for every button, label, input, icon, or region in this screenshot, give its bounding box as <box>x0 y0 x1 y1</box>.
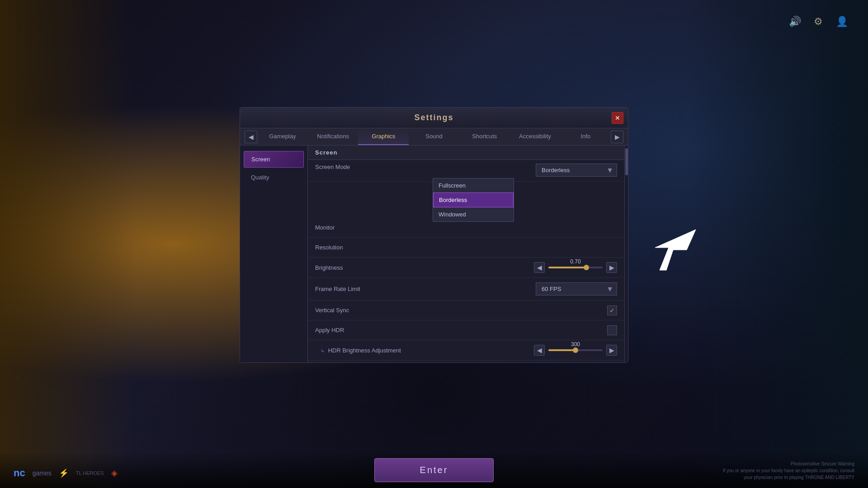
close-button[interactable]: ✕ <box>612 112 623 124</box>
tab-next-button[interactable]: ▶ <box>611 131 623 143</box>
modal-overlay: Settings ✕ ◀ Gameplay Notifications Grap… <box>0 0 868 488</box>
seizure-warning-line1: Photosensitive Seizure Warning <box>723 460 854 467</box>
brightness-decrease-button[interactable]: ◀ <box>534 262 545 273</box>
hdr-brightness-label: ↳ HDR Brightness Adjustment <box>321 347 438 354</box>
resolution-scale-row: Resolution Scale ◀ 100% <box>308 361 624 362</box>
modal-header: Settings ✕ <box>240 108 628 128</box>
brightness-fill <box>548 267 586 268</box>
amazon-icon: ⚡ <box>59 468 69 478</box>
vsync-label: Vertical Sync <box>315 307 433 314</box>
screen-mode-control: Borderless ▼ Fullscreen Borderless Windo… <box>433 164 617 177</box>
seizure-warning-line2: If you or anyone in your family have an … <box>723 467 854 474</box>
settings-rows: Screen Mode Borderless ▼ Fullscreen <box>308 160 624 362</box>
tab-shortcuts[interactable]: Shortcuts <box>459 128 510 145</box>
tab-info[interactable]: Info <box>560 128 611 145</box>
hdr-brightness-track <box>548 349 603 351</box>
hdr-brightness-control: ◀ 300 ▶ <box>438 345 617 356</box>
brightness-track <box>548 267 603 268</box>
brightness-value: 0.70 <box>568 258 584 265</box>
screen-mode-dropdown[interactable]: Borderless <box>536 164 617 177</box>
tl-heroes-label: TL HEROES <box>76 470 104 476</box>
settings-modal: Settings ✕ ◀ Gameplay Notifications Grap… <box>240 107 628 363</box>
sidebar-item-quality[interactable]: Quality <box>244 169 304 185</box>
resolution-scale-value: 100% <box>568 361 584 362</box>
hdr-brightness-fill <box>548 349 576 351</box>
hdr-brightness-row: ↳ HDR Brightness Adjustment ◀ 300 <box>308 340 624 361</box>
brightness-slider-track-container: 0.70 <box>548 267 603 268</box>
screen-mode-row: Screen Mode Borderless ▼ Fullscreen <box>308 160 624 182</box>
tab-sound[interactable]: Sound <box>409 128 459 145</box>
hdr-row: Apply HDR <box>308 320 624 340</box>
option-fullscreen[interactable]: Fullscreen <box>433 178 514 192</box>
brightness-increase-button[interactable]: ▶ <box>606 262 617 273</box>
bottom-logos: nc games ⚡ TL HEROES ◈ <box>14 467 118 479</box>
frame-rate-dropdown-wrapper: 60 FPS ▼ <box>536 282 617 296</box>
vsync-checkbox[interactable] <box>607 305 617 315</box>
brightness-control: ◀ 0.70 ▶ <box>433 262 617 273</box>
screen-mode-dropdown-menu: Fullscreen Borderless Windowed <box>433 178 514 222</box>
arrow-pointer <box>628 216 700 279</box>
enter-button[interactable]: Enter <box>374 458 494 482</box>
unreal-icon: ◈ <box>111 468 118 478</box>
brightness-label: Brightness <box>315 264 433 271</box>
frame-rate-control: 60 FPS ▼ <box>433 282 617 296</box>
frame-rate-label: Frame Rate Limit <box>315 286 433 292</box>
vsync-control <box>433 305 617 315</box>
games-logo: games <box>33 469 52 477</box>
sidebar: Screen Quality <box>240 145 308 362</box>
screen-mode-label: Screen Mode <box>315 164 433 170</box>
option-borderless[interactable]: Borderless <box>433 192 514 207</box>
tabs-wrapper: ◀ Gameplay Notifications Graphics Sound … <box>240 128 628 145</box>
hdr-brightness-thumb[interactable] <box>573 347 578 353</box>
modal-title: Settings <box>414 113 453 122</box>
sidebar-item-screen[interactable]: Screen <box>244 151 304 168</box>
brightness-slider-wrapper: ◀ 0.70 ▶ <box>534 262 617 273</box>
svg-marker-0 <box>655 230 696 270</box>
seizure-warning: Photosensitive Seizure Warning If you or… <box>723 460 854 481</box>
scroll-thumb[interactable] <box>625 148 628 175</box>
hdr-brightness-value: 300 <box>568 341 584 347</box>
frame-rate-dropdown[interactable]: 60 FPS <box>536 282 617 296</box>
hdr-brightness-decrease-button[interactable]: ◀ <box>534 345 545 356</box>
hdr-brightness-slider-wrapper: ◀ 300 ▶ <box>534 345 617 356</box>
brightness-row: Brightness ◀ 0.70 <box>308 258 624 278</box>
tab-prev-button[interactable]: ◀ <box>245 131 257 143</box>
brightness-thumb[interactable] <box>584 265 589 270</box>
hdr-checkbox[interactable] <box>607 325 617 335</box>
hdr-label: Apply HDR <box>315 327 433 333</box>
tab-graphics[interactable]: Graphics <box>358 128 409 145</box>
resolution-row: Resolution <box>308 238 624 258</box>
frame-rate-row: Frame Rate Limit 60 FPS ▼ <box>308 278 624 300</box>
monitor-label: Monitor <box>315 224 433 231</box>
modal-body: Screen Quality Screen Screen Mode Border… <box>240 145 628 362</box>
option-windowed[interactable]: Windowed <box>433 207 514 221</box>
scrollbar[interactable] <box>624 145 628 362</box>
tab-gameplay[interactable]: Gameplay <box>257 128 308 145</box>
screen-mode-dropdown-wrapper: Borderless ▼ <box>536 164 617 177</box>
tabs-container: Gameplay Notifications Graphics Sound Sh… <box>257 128 611 145</box>
nc-logo: nc <box>14 467 25 479</box>
resolution-label: Resolution <box>315 244 433 251</box>
seizure-warning-line3: your physician prior to playing THRONE A… <box>723 474 854 481</box>
hdr-control <box>433 325 617 335</box>
hdr-brightness-track-container: 300 <box>548 349 603 351</box>
tab-accessibility[interactable]: Accessibility <box>510 128 561 145</box>
hdr-indent-icon: ↳ <box>321 348 325 353</box>
tab-notifications[interactable]: Notifications <box>308 128 359 145</box>
content-area: Screen Screen Mode Borderless ▼ <box>308 145 624 362</box>
vsync-row: Vertical Sync <box>308 300 624 320</box>
screen-section-header: Screen <box>308 145 624 160</box>
hdr-brightness-increase-button[interactable]: ▶ <box>606 345 617 356</box>
